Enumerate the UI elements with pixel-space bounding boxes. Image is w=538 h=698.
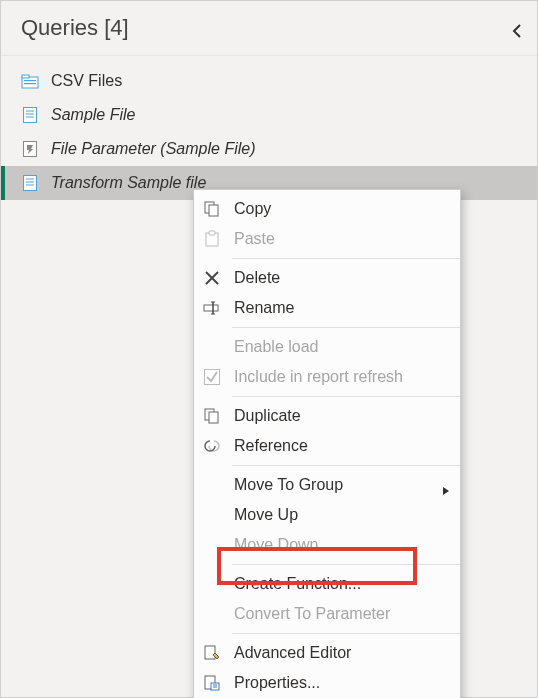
menu-separator	[232, 258, 460, 259]
properties-icon	[202, 673, 222, 693]
menu-separator	[232, 327, 460, 328]
svg-rect-14	[209, 205, 218, 216]
svg-rect-23	[205, 370, 220, 385]
menu-label: Delete	[234, 269, 450, 287]
svg-rect-9	[24, 176, 37, 191]
copy-icon	[202, 199, 222, 219]
menu-include-refresh: Include in report refresh	[194, 362, 460, 392]
menu-copy[interactable]: Copy	[194, 194, 460, 224]
menu-move-down: Move Down	[194, 530, 460, 560]
folder-icon	[21, 72, 39, 90]
menu-rename[interactable]: Rename	[194, 293, 460, 323]
menu-duplicate[interactable]: Duplicate	[194, 401, 460, 431]
menu-label: Copy	[234, 200, 450, 218]
menu-create-function[interactable]: Create Function...	[194, 569, 460, 599]
menu-label: Enable load	[234, 338, 450, 356]
menu-label: Reference	[234, 437, 450, 455]
svg-rect-0	[22, 77, 38, 88]
parameter-icon	[21, 140, 39, 158]
checkbox-checked-icon	[202, 367, 222, 387]
menu-advanced-editor[interactable]: Advanced Editor	[194, 638, 460, 668]
menu-separator	[232, 564, 460, 565]
query-item-sample-file[interactable]: Sample File	[1, 98, 537, 132]
reference-icon	[202, 436, 222, 456]
menu-separator	[232, 396, 460, 397]
menu-label: Include in report refresh	[234, 368, 450, 386]
svg-rect-19	[204, 305, 218, 311]
menu-label: Move Up	[234, 506, 450, 524]
blank-icon	[202, 535, 222, 555]
menu-label: Move Down	[234, 536, 450, 554]
query-label: File Parameter (Sample File)	[51, 140, 256, 158]
advanced-editor-icon	[202, 643, 222, 663]
menu-move-to-group[interactable]: Move To Group	[194, 470, 460, 500]
svg-rect-2	[24, 80, 36, 81]
blank-icon	[202, 505, 222, 525]
query-label: Transform Sample file	[51, 174, 206, 192]
document-icon	[21, 106, 39, 124]
context-menu: Copy Paste Delete	[193, 189, 461, 698]
document-icon	[21, 174, 39, 192]
svg-rect-3	[24, 83, 36, 84]
menu-label: Advanced Editor	[234, 644, 450, 662]
panel-header: Queries [4]	[1, 1, 537, 56]
submenu-arrow-icon	[442, 481, 450, 489]
rename-icon	[202, 298, 222, 318]
menu-enable-load: Enable load	[194, 332, 460, 362]
blank-icon	[202, 604, 222, 624]
query-item-file-parameter[interactable]: File Parameter (Sample File)	[1, 132, 537, 166]
svg-rect-25	[209, 412, 218, 423]
menu-paste: Paste	[194, 224, 460, 254]
menu-label: Paste	[234, 230, 450, 248]
query-label: Sample File	[51, 106, 135, 124]
delete-icon	[202, 268, 222, 288]
menu-label: Rename	[234, 299, 450, 317]
menu-label: Create Function...	[234, 575, 450, 593]
paste-icon	[202, 229, 222, 249]
blank-icon	[202, 574, 222, 594]
svg-rect-4	[24, 108, 37, 123]
svg-rect-1	[22, 75, 29, 78]
queries-list: CSV Files Sample File File Parameter	[1, 56, 537, 208]
svg-rect-16	[209, 231, 215, 235]
menu-move-up[interactable]: Move Up	[194, 500, 460, 530]
menu-convert-to-parameter: Convert To Parameter	[194, 599, 460, 629]
menu-delete[interactable]: Delete	[194, 263, 460, 293]
svg-rect-26	[205, 646, 215, 659]
blank-icon	[202, 475, 222, 495]
query-item-csv-files[interactable]: CSV Files	[1, 64, 537, 98]
queries-panel: Queries [4] CSV Files	[0, 0, 538, 698]
blank-icon	[202, 337, 222, 357]
collapse-icon[interactable]	[509, 19, 527, 37]
menu-label: Duplicate	[234, 407, 450, 425]
menu-reference[interactable]: Reference	[194, 431, 460, 461]
menu-properties[interactable]: Properties...	[194, 668, 460, 698]
query-label: CSV Files	[51, 72, 122, 90]
menu-label: Properties...	[234, 674, 450, 692]
menu-separator	[232, 465, 460, 466]
menu-label: Convert To Parameter	[234, 605, 450, 623]
menu-separator	[232, 633, 460, 634]
duplicate-icon	[202, 406, 222, 426]
menu-label: Move To Group	[234, 476, 430, 494]
panel-title: Queries [4]	[21, 15, 509, 41]
